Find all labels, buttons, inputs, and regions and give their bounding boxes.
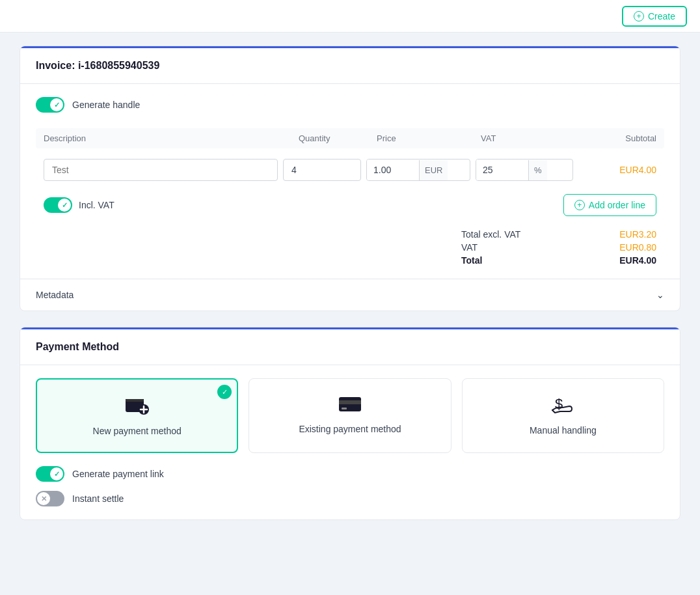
invoice-card: Invoice: i-1680855940539 Generate handle… xyxy=(20,46,680,311)
vat-total-value: EUR0.80 xyxy=(619,242,656,253)
header-vat: VAT xyxy=(481,133,578,143)
chevron-down-icon: ⌄ xyxy=(656,290,664,300)
incl-vat-toggle-row: Incl. VAT xyxy=(44,197,114,213)
totals-total-row: Total EUR4.00 xyxy=(461,255,656,266)
metadata-label: Metadata xyxy=(36,290,74,300)
payment-option-manual[interactable]: $ Manual handling xyxy=(462,378,664,453)
generate-payment-link-toggle[interactable] xyxy=(36,466,64,482)
add-order-plus-icon: + xyxy=(574,200,585,210)
subtotal-value: EUR4.00 xyxy=(578,165,656,175)
svg-rect-2 xyxy=(126,399,144,402)
selected-check-badge: ✓ xyxy=(217,385,232,399)
svg-text:$: $ xyxy=(555,396,563,412)
instant-settle-knob xyxy=(37,492,50,505)
metadata-section[interactable]: Metadata ⌄ xyxy=(20,279,680,311)
wallet-plus-icon xyxy=(126,395,149,419)
generate-handle-row: Generate handle xyxy=(36,97,664,113)
excl-vat-value: EUR3.20 xyxy=(619,229,656,240)
toggle-knob xyxy=(50,98,63,111)
circle-plus-icon: + xyxy=(634,11,644,21)
vat-label: VAT xyxy=(461,242,478,253)
header-quantity: Quantity xyxy=(299,133,377,143)
create-label: Create xyxy=(648,11,675,21)
invoice-card-header: Invoice: i-1680855940539 xyxy=(20,46,680,84)
currency-label: EUR xyxy=(419,160,448,180)
existing-payment-label: Existing payment method xyxy=(299,424,401,434)
incl-vat-label: Incl. VAT xyxy=(79,200,114,210)
actions-row: Incl. VAT + Add order line xyxy=(36,194,664,216)
generate-payment-link-label: Generate payment link xyxy=(72,469,164,479)
price-group: EUR xyxy=(366,159,470,181)
payment-options: ✓ New payment method xyxy=(20,365,680,466)
svg-rect-8 xyxy=(342,408,347,409)
instant-settle-label: Instant settle xyxy=(72,493,124,504)
header-description: Description xyxy=(44,133,299,143)
top-bar: + Create xyxy=(0,0,700,33)
table-row: EUR % EUR4.00 xyxy=(36,154,664,186)
payment-option-new[interactable]: ✓ New payment method xyxy=(36,378,238,453)
percent-label: % xyxy=(528,160,547,180)
payment-link-knob xyxy=(50,467,63,480)
price-input[interactable] xyxy=(367,159,419,180)
payment-card-header: Payment Method xyxy=(20,327,680,365)
payment-card: Payment Method ✓ New pay xyxy=(20,327,680,520)
total-value: EUR4.00 xyxy=(619,255,656,266)
vat-input[interactable] xyxy=(476,159,528,180)
totals-excl-row: Total excl. VAT EUR3.20 xyxy=(461,229,656,240)
instant-settle-row: Instant settle xyxy=(36,491,664,506)
new-payment-label: New payment method xyxy=(93,426,182,436)
svg-rect-7 xyxy=(339,400,361,404)
table-header: Description Quantity Price VAT Subtotal xyxy=(36,128,664,148)
generate-payment-link-row: Generate payment link xyxy=(36,466,664,482)
add-order-label: Add order line xyxy=(589,200,645,210)
instant-settle-toggle[interactable] xyxy=(36,491,64,506)
header-price: Price xyxy=(377,133,481,143)
description-input[interactable] xyxy=(44,159,278,181)
total-label: Total xyxy=(461,255,482,266)
main-content: Invoice: i-1680855940539 Generate handle… xyxy=(0,33,700,549)
vat-group: % xyxy=(476,159,573,181)
create-button[interactable]: + Create xyxy=(622,6,687,27)
money-hand-icon: $ xyxy=(551,394,574,419)
generate-handle-toggle[interactable] xyxy=(36,97,64,113)
header-subtotal: Subtotal xyxy=(578,133,656,143)
add-order-line-button[interactable]: + Add order line xyxy=(563,194,656,216)
totals-section: Total excl. VAT EUR3.20 VAT EUR0.80 Tota… xyxy=(36,229,664,266)
incl-vat-toggle[interactable] xyxy=(44,197,72,213)
invoice-card-body: Generate handle Description Quantity Pri… xyxy=(20,84,680,279)
toggle-knob-vat xyxy=(58,199,71,212)
invoice-title: Invoice: i-1680855940539 xyxy=(36,60,664,72)
credit-card-icon xyxy=(338,394,362,417)
excl-vat-label: Total excl. VAT xyxy=(461,229,520,240)
totals-vat-row: VAT EUR0.80 xyxy=(461,242,656,253)
payment-footer: Generate payment link Instant settle xyxy=(20,466,680,519)
manual-handling-label: Manual handling xyxy=(530,425,597,436)
quantity-input[interactable] xyxy=(283,159,361,181)
generate-handle-label: Generate handle xyxy=(72,100,140,110)
payment-option-existing[interactable]: Existing payment method xyxy=(249,378,451,453)
payment-card-title: Payment Method xyxy=(36,341,664,353)
